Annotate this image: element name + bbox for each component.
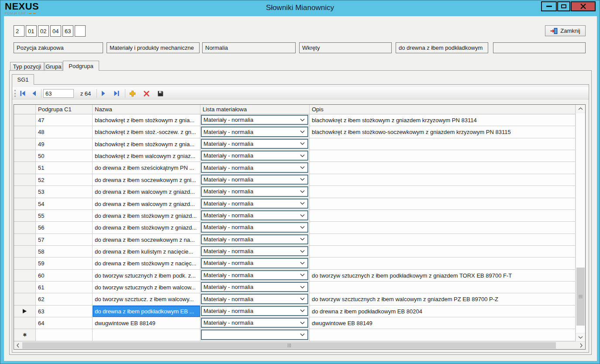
cell-opis[interactable] (310, 282, 576, 293)
horizontal-scrollbar[interactable] (14, 341, 585, 349)
row-selector[interactable]: ✱ (14, 198, 36, 210)
lista-materialowa-combobox[interactable]: Materiały - normalia (201, 246, 308, 256)
cell-podgrupa-c1[interactable]: 52 (36, 174, 93, 186)
move-previous-button[interactable] (29, 89, 39, 98)
cell-podgrupa-c1[interactable]: 47 (36, 114, 93, 126)
tab-typ-pozycji[interactable]: Typ pozycji (10, 62, 44, 70)
cell-opis[interactable]: do drewna z łbem podkładkowym EB 80204 (310, 306, 576, 317)
cell-podgrupa-c1[interactable]: 53 (36, 186, 93, 198)
header-podgrupa-c1[interactable]: Podgrupa C1 (36, 105, 93, 114)
cell-opis[interactable] (310, 198, 576, 210)
cell-opis[interactable]: do tworzyw sztucznych z łbem podkładkowy… (310, 270, 576, 282)
lista-materialowa-combobox[interactable]: Materiały - normalia (201, 175, 308, 185)
cell-opis[interactable]: dwugwintowe EB 88149 (310, 317, 576, 329)
row-selector[interactable]: ✱ (14, 138, 36, 150)
header-opis[interactable]: Opis (310, 105, 576, 114)
cell-nazwa[interactable]: do drewna z łbem stożkowym z gniazd... (93, 222, 200, 234)
cell-opis[interactable] (310, 329, 576, 341)
cell-podgrupa-c1[interactable]: 56 (36, 222, 93, 234)
lista-materialowa-combobox[interactable]: Materiały - normalia (201, 210, 308, 220)
row-selector[interactable]: ✱ (14, 282, 36, 293)
cell-podgrupa-c1[interactable]: 59 (36, 258, 93, 269)
cell-opis[interactable] (310, 162, 576, 174)
row-selector[interactable]: ✱ (14, 210, 36, 222)
lista-materialowa-combobox[interactable]: Materiały - normalia (201, 115, 308, 125)
toolbar-grip[interactable] (14, 90, 16, 97)
cell-opis[interactable] (310, 150, 576, 162)
cell-podgrupa-c1[interactable]: 51 (36, 162, 93, 174)
lista-materialowa-combobox[interactable]: Materiały - normalia (201, 234, 308, 244)
cell-podgrupa-c1[interactable]: 62 (36, 293, 93, 305)
cell-podgrupa-c1[interactable]: 48 (36, 126, 93, 138)
lista-materialowa-combobox[interactable]: Materiały - normalia (201, 258, 308, 268)
row-selector[interactable]: ✱ (14, 258, 36, 269)
cell-podgrupa-c1[interactable]: 49 (36, 138, 93, 150)
cell-nazwa[interactable]: do drewna z łbem kulistym z nacięcie... (93, 246, 200, 258)
cell-opis[interactable] (310, 222, 576, 234)
row-selector[interactable]: ✱ (14, 293, 36, 305)
lista-materialowa-combobox[interactable]: Materiały - normalia (201, 186, 308, 196)
cell-opis[interactable] (310, 186, 576, 198)
row-selector[interactable]: ✱ (14, 329, 36, 341)
row-selector[interactable]: ✱ (14, 270, 36, 282)
cell-podgrupa-c1[interactable]: 64 (36, 317, 93, 329)
cell-podgrupa-c1[interactable] (36, 329, 93, 341)
cell-nazwa[interactable]: do tworzyw sztucznych z łbem podk. z... (93, 270, 200, 282)
cell-opis[interactable] (310, 246, 576, 258)
cell-podgrupa-c1[interactable]: 55 (36, 210, 93, 222)
add-new-button[interactable] (128, 89, 137, 98)
minimize-button[interactable] (541, 1, 557, 11)
cell-nazwa[interactable]: blachowkręt z łbem stożkowym z gnia... (93, 114, 200, 126)
cell-nazwa[interactable]: dwugwintowe EB 88149 (93, 317, 200, 329)
lista-materialowa-combobox[interactable]: Materiały - normalia (201, 282, 308, 292)
cell-podgrupa-c1[interactable]: 57 (36, 234, 93, 246)
tab-podgrupa[interactable]: Podgrupa (63, 61, 99, 71)
close-button[interactable] (571, 1, 596, 11)
cell-nazwa[interactable]: blachowkręt z łbem stoż.-soczew. z gn... (93, 126, 200, 138)
cell-opis[interactable] (310, 138, 576, 150)
row-selector[interactable]: ✱ (14, 174, 36, 186)
row-selector[interactable]: ✱ (14, 150, 36, 162)
cell-nazwa[interactable]: do drewna z łbem sześciokątnym PN ... (93, 162, 200, 174)
move-first-button[interactable] (18, 89, 28, 98)
save-button[interactable] (155, 89, 165, 98)
delete-button[interactable] (141, 89, 151, 98)
cell-nazwa[interactable]: blachowkręt z łbem walcowym z gniaz... (93, 150, 200, 162)
cell-nazwa[interactable]: do drewna z łbem soczewkowym z gni... (93, 174, 200, 186)
lista-materialowa-combobox[interactable]: Materiały - normalia (201, 162, 308, 172)
cell-nazwa[interactable]: blachowkręt z łbem stożkowym z gnia... (93, 138, 200, 150)
cell-nazwa[interactable]: do drewna z łbem soczewkowym z na... (93, 234, 200, 246)
code-box-5[interactable]: 63 (62, 25, 73, 37)
cell-nazwa[interactable]: do drewna z łbem stożkowym z gniazd... (93, 210, 200, 222)
code-box-grupa[interactable]: 01 (26, 25, 37, 37)
lista-materialowa-combobox[interactable]: Materiały - normalia (201, 270, 308, 280)
move-next-button[interactable] (99, 89, 108, 98)
lista-materialowa-combobox[interactable]: Materiały - normalia (201, 151, 308, 161)
row-selector[interactable]: ✱ (14, 114, 36, 126)
scroll-down-button[interactable] (576, 333, 585, 341)
vertical-scroll-thumb[interactable] (576, 268, 585, 326)
row-selector[interactable]: ✱ (14, 222, 36, 234)
code-box-typ[interactable]: 2 (14, 25, 24, 37)
tab-grupa[interactable]: Grupa (45, 62, 62, 70)
code-box-4[interactable]: 04 (50, 25, 61, 37)
code-box-6[interactable] (75, 25, 86, 37)
lista-materialowa-combobox[interactable]: Materiały - normalia (201, 127, 308, 137)
move-last-button[interactable] (112, 89, 121, 98)
code-box-podgrupa[interactable]: 02 (38, 25, 49, 37)
row-selector[interactable]: ✱ (14, 186, 36, 198)
lista-materialowa-combobox[interactable]: Materiały - normalia (201, 306, 308, 316)
lista-materialowa-combobox[interactable]: Materiały - normalia (201, 139, 308, 149)
cell-opis[interactable] (310, 174, 576, 186)
cell-opis[interactable]: blachowkręt z łbem stożkowo-soczewkowym … (310, 126, 576, 138)
cell-nazwa[interactable]: do drewna z łbem stożkowym z nacięc... (93, 258, 200, 269)
cell-nazwa[interactable]: do tworzyw sztucznych z łbem walcow... (93, 282, 200, 293)
cell-opis[interactable]: blachowkręt z łbem stożkowym z gniazdem … (310, 114, 576, 126)
position-input[interactable] (43, 89, 74, 98)
scroll-left-button[interactable] (14, 342, 22, 349)
horizontal-scroll-thumb[interactable] (22, 342, 556, 349)
lista-materialowa-combobox[interactable]: Materiały - normalia (201, 318, 308, 328)
lista-materialowa-combobox[interactable]: Materiały - normalia (201, 222, 308, 232)
cell-nazwa[interactable]: do drewna z łbem walcowym z gniazd... (93, 186, 200, 198)
cell-podgrupa-c1[interactable]: 60 (36, 270, 93, 282)
